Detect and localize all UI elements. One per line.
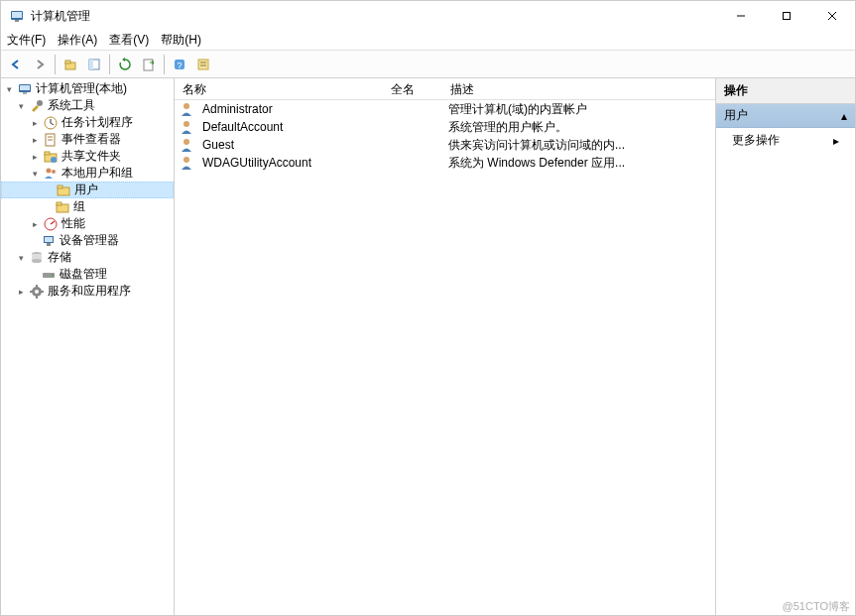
forward-button[interactable] bbox=[29, 54, 51, 75]
tree-disk-management[interactable]: 磁盘管理 bbox=[1, 266, 174, 283]
folder-icon bbox=[56, 183, 71, 198]
content-area: ▾ 计算机管理(本地) ▾ 系统工具 ▸ 任务计划程序 ▸ 事件查看器 ▸ 共享… bbox=[1, 78, 855, 615]
refresh-button[interactable] bbox=[114, 54, 136, 75]
menu-view[interactable]: 查看(V) bbox=[109, 32, 149, 49]
maximize-button[interactable] bbox=[764, 1, 809, 31]
svg-point-42 bbox=[52, 274, 54, 276]
svg-rect-4 bbox=[784, 13, 791, 20]
tree-label: 事件查看器 bbox=[61, 131, 121, 148]
export-button[interactable] bbox=[138, 54, 160, 75]
list-pane: 名称 全名 描述 Administrator管理计算机(域)的内置帐户Defau… bbox=[175, 78, 716, 615]
tree-services-apps[interactable]: ▸ 服务和应用程序 bbox=[1, 283, 174, 300]
window-title: 计算机管理 bbox=[31, 8, 718, 25]
svg-rect-36 bbox=[45, 237, 53, 242]
svg-rect-19 bbox=[23, 92, 27, 94]
svg-rect-14 bbox=[198, 60, 208, 69]
svg-point-46 bbox=[183, 121, 189, 127]
user-icon bbox=[179, 119, 194, 135]
cell-name: DefaultAccount bbox=[196, 120, 383, 134]
cell-name: WDAGUtilityAccount bbox=[196, 156, 383, 170]
close-button[interactable] bbox=[809, 1, 855, 31]
user-icon bbox=[179, 155, 194, 171]
tree-label: 计算机管理(本地) bbox=[36, 80, 127, 97]
svg-point-40 bbox=[32, 259, 42, 263]
app-icon bbox=[9, 8, 25, 24]
tools-icon bbox=[29, 98, 45, 114]
user-icon bbox=[179, 101, 194, 117]
tree-label: 设备管理器 bbox=[60, 232, 119, 249]
svg-point-48 bbox=[183, 157, 189, 163]
menu-help[interactable]: 帮助(H) bbox=[161, 32, 201, 49]
expand-icon[interactable]: ▸ bbox=[29, 117, 41, 129]
expand-icon[interactable]: ▾ bbox=[15, 100, 27, 112]
list-row[interactable]: WDAGUtilityAccount系统为 Windows Defender 应… bbox=[175, 154, 715, 172]
expand-icon[interactable]: ▾ bbox=[3, 83, 15, 95]
toolbar-separator bbox=[164, 55, 165, 74]
up-button[interactable] bbox=[60, 54, 81, 75]
tree-event-viewer[interactable]: ▸ 事件查看器 bbox=[1, 131, 174, 148]
list-row[interactable]: Administrator管理计算机(域)的内置帐户 bbox=[175, 100, 715, 118]
minimize-button[interactable] bbox=[718, 1, 764, 31]
menu-action[interactable]: 操作(A) bbox=[58, 32, 97, 49]
tree-performance[interactable]: ▸ 性能 bbox=[1, 215, 174, 232]
svg-rect-10 bbox=[89, 60, 93, 69]
users-groups-icon bbox=[43, 166, 59, 182]
expand-icon[interactable]: ▾ bbox=[29, 168, 41, 180]
expand-icon[interactable]: ▸ bbox=[15, 286, 27, 298]
expand-icon[interactable]: ▸ bbox=[29, 218, 41, 230]
shared-folder-icon bbox=[43, 149, 59, 165]
tree-task-scheduler[interactable]: ▸ 任务计划程序 bbox=[1, 114, 174, 131]
column-description[interactable]: 描述 bbox=[442, 78, 715, 99]
tree-shared-folders[interactable]: ▸ 共享文件夹 bbox=[1, 148, 174, 165]
help-button[interactable]: ? bbox=[169, 54, 190, 75]
tree-label: 磁盘管理 bbox=[60, 266, 107, 283]
expand-icon[interactable]: ▸ bbox=[29, 151, 41, 163]
toolbar-separator bbox=[109, 55, 110, 74]
tree-users[interactable]: 用户 bbox=[1, 182, 174, 198]
svg-rect-1 bbox=[12, 12, 22, 18]
list-row[interactable]: DefaultAccount系统管理的用户帐户。 bbox=[175, 118, 715, 136]
menubar: 文件(F) 操作(A) 查看(V) 帮助(H) bbox=[1, 31, 855, 51]
tree-storage[interactable]: ▾ 存储 bbox=[1, 249, 174, 266]
column-fullname[interactable]: 全名 bbox=[383, 78, 442, 99]
tree-device-manager[interactable]: 设备管理器 bbox=[1, 232, 174, 249]
folder-icon bbox=[55, 199, 70, 215]
tree-label: 任务计划程序 bbox=[61, 114, 133, 131]
cell-description: 系统管理的用户帐户。 bbox=[442, 119, 715, 136]
actions-group-label: 用户 bbox=[724, 107, 748, 124]
menu-file[interactable]: 文件(F) bbox=[7, 32, 46, 49]
properties-button[interactable] bbox=[192, 54, 214, 75]
tree-system-tools[interactable]: ▾ 系统工具 bbox=[1, 97, 174, 114]
actions-pane: 操作 用户 ▴ 更多操作 ▸ bbox=[716, 78, 855, 615]
svg-point-45 bbox=[183, 103, 189, 109]
tree-label: 性能 bbox=[61, 215, 85, 232]
toolbar-separator bbox=[55, 55, 56, 74]
tree-label: 用户 bbox=[74, 182, 98, 198]
svg-rect-2 bbox=[15, 20, 19, 22]
actions-more-label: 更多操作 bbox=[732, 132, 780, 149]
tree-root[interactable]: ▾ 计算机管理(本地) bbox=[1, 80, 174, 97]
actions-more[interactable]: 更多操作 ▸ bbox=[716, 128, 855, 153]
actions-group-users[interactable]: 用户 ▴ bbox=[716, 104, 855, 128]
tree-label: 共享文件夹 bbox=[61, 148, 121, 165]
tree-groups[interactable]: 组 bbox=[1, 198, 174, 215]
back-button[interactable] bbox=[5, 54, 27, 75]
user-icon bbox=[179, 137, 194, 153]
svg-point-27 bbox=[51, 157, 57, 163]
clock-icon bbox=[43, 115, 59, 131]
list-body[interactable]: Administrator管理计算机(域)的内置帐户DefaultAccount… bbox=[175, 100, 715, 615]
svg-point-28 bbox=[47, 168, 52, 173]
tree-label: 系统工具 bbox=[48, 97, 95, 114]
svg-point-47 bbox=[183, 139, 189, 145]
tree-pane[interactable]: ▾ 计算机管理(本地) ▾ 系统工具 ▸ 任务计划程序 ▸ 事件查看器 ▸ 共享… bbox=[1, 78, 175, 615]
toolbar: ? bbox=[1, 51, 855, 78]
expand-icon[interactable]: ▾ bbox=[15, 252, 27, 264]
tree-label: 本地用户和组 bbox=[61, 165, 133, 182]
column-name[interactable]: 名称 bbox=[175, 78, 383, 99]
show-hide-button[interactable] bbox=[83, 54, 105, 75]
svg-rect-33 bbox=[57, 202, 61, 205]
expand-icon[interactable]: ▸ bbox=[29, 134, 41, 146]
tree-local-users-groups[interactable]: ▾ 本地用户和组 bbox=[1, 165, 174, 182]
watermark: @51CTO博客 bbox=[783, 599, 850, 614]
list-row[interactable]: Guest供来宾访问计算机或访问域的内... bbox=[175, 136, 715, 154]
